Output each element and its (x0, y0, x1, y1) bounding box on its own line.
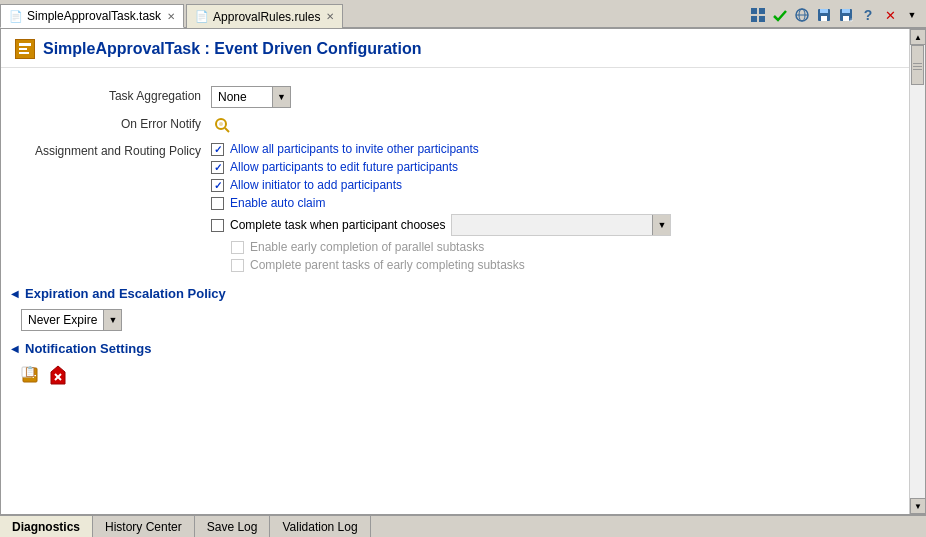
never-expire-arrow[interactable]: ▼ (103, 310, 121, 330)
never-expire-dropdown[interactable]: Never Expire ▼ (21, 309, 122, 331)
svg-rect-11 (842, 9, 850, 13)
svg-marker-25 (51, 366, 65, 384)
svg-rect-0 (751, 8, 757, 14)
save-log-tab[interactable]: Save Log (195, 516, 271, 537)
notification-section-title: Notification Settings (25, 341, 151, 356)
cb-initiator-add-label: Allow initiator to add participants (230, 178, 402, 192)
complete-task-row: Complete task when participant chooses ▼ (211, 214, 671, 236)
notification-triangle-icon: ◀ (11, 343, 19, 354)
notif-add-icon[interactable]: + 📋 (21, 364, 43, 386)
svg-rect-16 (19, 48, 27, 50)
svg-rect-9 (821, 16, 827, 21)
task-aggregation-control: None ▼ (211, 86, 291, 108)
tab-close-task[interactable]: ✕ (167, 11, 175, 22)
task-aggregation-label: Task Aggregation (11, 86, 211, 103)
scroll-down-btn[interactable]: ▼ (910, 498, 926, 514)
cb-auto-claim[interactable] (211, 197, 224, 210)
svg-point-20 (219, 122, 223, 126)
scroll-up-btn[interactable]: ▲ (910, 29, 926, 45)
globe-icon[interactable] (792, 5, 812, 25)
expiration-triangle-icon: ◀ (11, 288, 19, 299)
svg-text:📋: 📋 (24, 365, 37, 378)
task-aggregation-row: Task Aggregation None ▼ (11, 86, 901, 108)
cb-edit-future-label: Allow participants to edit future partic… (230, 160, 458, 174)
never-expire-value: Never Expire (22, 311, 103, 329)
task-file-icon: 📄 (9, 10, 23, 23)
notif-delete-icon[interactable] (47, 364, 69, 386)
task-aggregation-dropdown[interactable]: None ▼ (211, 86, 291, 108)
on-error-notify-row: On Error Notify (11, 114, 901, 136)
complete-task-label: Complete task when participant chooses (230, 218, 445, 232)
notification-icons: + 📋 (21, 364, 901, 386)
vertical-scrollbar[interactable]: ▲ ▼ (909, 29, 925, 514)
svg-text:+: + (849, 17, 853, 23)
save-icon[interactable] (814, 5, 834, 25)
complete-task-arrow[interactable]: ▼ (652, 215, 670, 235)
svg-rect-2 (751, 16, 757, 22)
cb-all-participants[interactable] (211, 143, 224, 156)
tab-approval-rules-label: ApprovalRules.rules (213, 10, 320, 24)
complete-task-dropdown[interactable]: ▼ (451, 214, 671, 236)
cb-row-3: Allow initiator to add participants (211, 178, 671, 192)
tab-simple-approval-label: SimpleApprovalTask.task (27, 9, 161, 23)
scroll-track[interactable] (910, 45, 925, 498)
cb-initiator-add[interactable] (211, 179, 224, 192)
complete-task-dropdown-value (452, 223, 652, 227)
status-bar: Diagnostics History Center Save Log Vali… (0, 515, 926, 537)
svg-rect-17 (19, 52, 29, 54)
cb-complete-task[interactable] (211, 219, 224, 232)
svg-rect-3 (759, 16, 765, 22)
top-tab-bar: 📄 SimpleApprovalTask.task ✕ 📄 ApprovalRu… (0, 0, 926, 28)
svg-rect-15 (19, 43, 31, 46)
page-title-icon (15, 39, 35, 59)
on-error-notify-label: On Error Notify (11, 114, 211, 131)
toolbar: + ? ✕ ▼ (744, 3, 926, 27)
main-content: SimpleApprovalTask : Event Driven Config… (0, 28, 926, 515)
cb-row-1: Allow all participants to invite other p… (211, 142, 671, 156)
cb-row-subtask-2: Complete parent tasks of early completin… (231, 258, 671, 272)
cb-complete-parent[interactable] (231, 259, 244, 272)
cb-row-subtask-1: Enable early completion of parallel subt… (231, 240, 671, 254)
assignment-routing-label: Assignment and Routing Policy (11, 142, 211, 158)
save-as-icon[interactable]: + (836, 5, 856, 25)
on-error-notify-control (211, 114, 233, 136)
diagnostics-tab[interactable]: Diagnostics (0, 516, 93, 537)
cb-early-completion-label: Enable early completion of parallel subt… (250, 240, 484, 254)
content-scroll[interactable]: Task Aggregation None ▼ On Error Notify (1, 68, 925, 514)
on-error-search-icon[interactable] (211, 114, 233, 136)
svg-line-19 (225, 128, 229, 132)
menu-arrow-icon[interactable]: ▼ (902, 5, 922, 25)
assignment-routing-row: Assignment and Routing Policy Allow all … (11, 142, 901, 276)
svg-rect-1 (759, 8, 765, 14)
never-expire-row: Never Expire ▼ (21, 309, 901, 331)
cb-auto-claim-label: Enable auto claim (230, 196, 325, 210)
cb-row-2: Allow participants to edit future partic… (211, 160, 671, 174)
history-center-tab[interactable]: History Center (93, 516, 195, 537)
page-title: SimpleApprovalTask : Event Driven Config… (43, 40, 421, 58)
save-log-label: Save Log (207, 520, 258, 534)
validation-log-tab[interactable]: Validation Log (270, 516, 370, 537)
tab-close-rules[interactable]: ✕ (326, 11, 334, 22)
history-center-label: History Center (105, 520, 182, 534)
cb-early-completion[interactable] (231, 241, 244, 254)
tab-simple-approval-task[interactable]: 📄 SimpleApprovalTask.task ✕ (0, 4, 184, 28)
notification-section-header[interactable]: ◀ Notification Settings (11, 341, 901, 356)
task-aggregation-value: None (212, 88, 272, 106)
window-close-icon[interactable]: ✕ (880, 5, 900, 25)
validation-log-label: Validation Log (282, 520, 357, 534)
task-aggregation-arrow[interactable]: ▼ (272, 87, 290, 107)
diagnostics-label: Diagnostics (12, 520, 80, 534)
cb-all-participants-label: Allow all participants to invite other p… (230, 142, 479, 156)
svg-rect-8 (820, 9, 828, 13)
checkmark-icon[interactable] (770, 5, 790, 25)
rules-file-icon: 📄 (195, 10, 209, 23)
cb-edit-future[interactable] (211, 161, 224, 174)
cb-row-4: Enable auto claim (211, 196, 671, 210)
assignment-routing-content: Allow all participants to invite other p… (211, 142, 671, 276)
expiration-section-header[interactable]: ◀ Expiration and Escalation Policy (11, 286, 901, 301)
page-title-bar: SimpleApprovalTask : Event Driven Config… (1, 29, 925, 68)
tab-approval-rules[interactable]: 📄 ApprovalRules.rules ✕ (186, 4, 343, 28)
help-icon[interactable]: ? (858, 5, 878, 25)
grid-icon[interactable] (748, 5, 768, 25)
expiration-section-title: Expiration and Escalation Policy (25, 286, 226, 301)
